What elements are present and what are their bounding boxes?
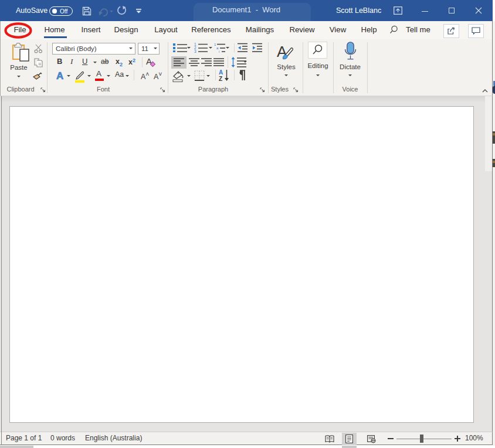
svg-text:A: A: [219, 69, 223, 76]
svg-text:i: i: [219, 50, 219, 53]
svg-text:Z: Z: [219, 76, 222, 82]
svg-text:A: A: [56, 70, 63, 80]
svg-text:3: 3: [194, 49, 196, 53]
